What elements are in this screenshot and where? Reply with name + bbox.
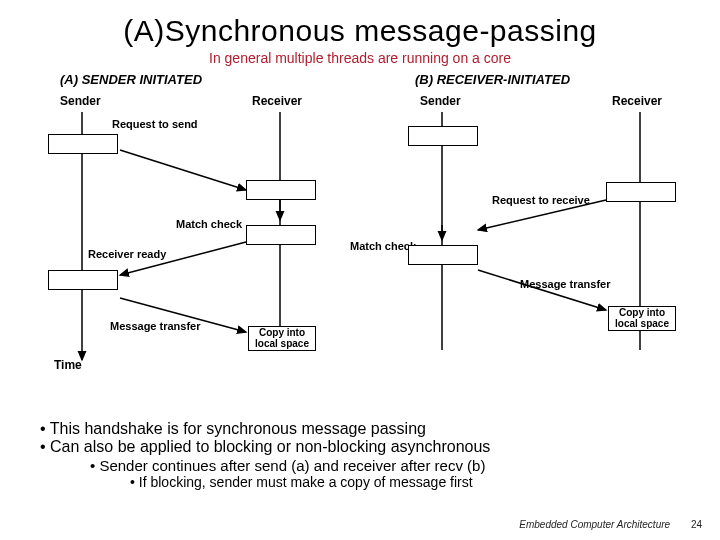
diagram: (A) SENDER INITIATED Sender Receiver Req… — [0, 70, 720, 390]
a-sender-label: Sender — [60, 94, 101, 108]
b-copy-box: Copy into local space — [608, 306, 676, 331]
svg-line-10 — [478, 270, 606, 310]
page-number: 24 — [691, 519, 702, 530]
a-receiver-box-1 — [246, 180, 316, 200]
a-match-check-label: Match check — [176, 218, 242, 230]
b-message-transfer-label: Message transfer — [520, 278, 611, 290]
a-receiver-box-2 — [246, 225, 316, 245]
a-message-transfer-label: Message transfer — [110, 320, 201, 332]
section-a-header: (A) SENDER INITIATED — [60, 72, 202, 87]
a-request-to-send-label: Request to send — [112, 118, 198, 130]
bullet-1: This handshake is for synchronous messag… — [40, 420, 680, 438]
bullet-2: Can also be applied to blocking or non-b… — [40, 438, 680, 456]
a-receiver-ready-label: Receiver ready — [88, 248, 166, 260]
slide-subtitle: In general multiple threads are running … — [0, 50, 720, 66]
bullet-2b: If blocking, sender must make a copy of … — [40, 474, 680, 490]
time-label: Time — [54, 358, 82, 372]
b-request-to-receive-label: Request to receive — [492, 194, 590, 206]
a-receiver-label: Receiver — [252, 94, 302, 108]
slide-footer: Embedded Computer Architecture 24 — [519, 519, 702, 530]
svg-line-2 — [120, 150, 246, 190]
a-sender-box-2 — [48, 270, 118, 290]
a-copy-box: Copy into local space — [248, 326, 316, 351]
bullet-2a: Sender continues after send (a) and rece… — [40, 457, 680, 474]
section-b-header: (B) RECEIVER-INITIATED — [415, 72, 570, 87]
b-receiver-label: Receiver — [612, 94, 662, 108]
footer-text: Embedded Computer Architecture — [519, 519, 670, 530]
b-sender-box-1 — [408, 126, 478, 146]
b-sender-box-2 — [408, 245, 478, 265]
b-sender-label: Sender — [420, 94, 461, 108]
diagram-lines — [0, 70, 720, 390]
slide-title: (A)Synchronous message-passing — [0, 14, 720, 48]
b-match-check-label: Match check — [350, 240, 416, 252]
b-receiver-box-1 — [606, 182, 676, 202]
bullet-list: This handshake is for synchronous messag… — [40, 420, 680, 490]
a-sender-box-1 — [48, 134, 118, 154]
